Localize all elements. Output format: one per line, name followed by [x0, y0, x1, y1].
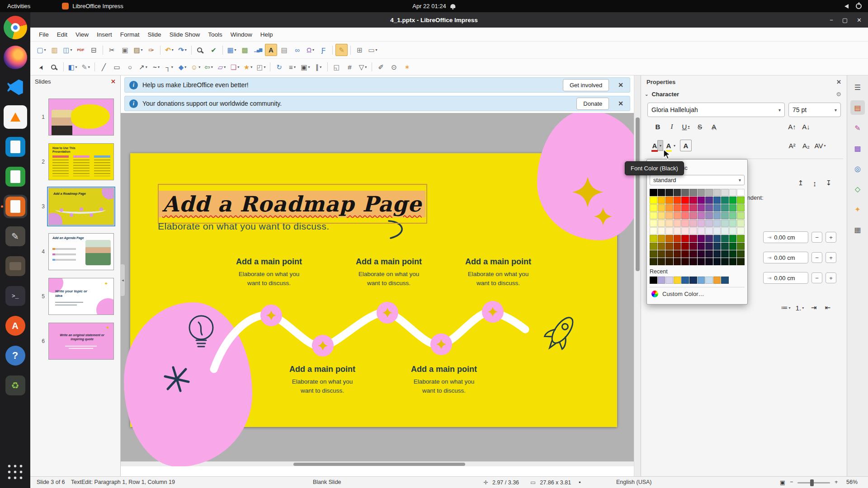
dock-app[interactable]: [4, 284, 27, 308]
toolbar-button[interactable]: ✂ ▾: [106, 44, 118, 56]
palette-color[interactable]: [737, 189, 745, 196]
dropdown-arrow-icon[interactable]: ▾: [158, 65, 160, 69]
toolbar-button[interactable]: ▩ ▾: [239, 44, 251, 56]
toolbar-button[interactable]: ▾: [103, 46, 103, 55]
palette-color[interactable]: [689, 189, 697, 196]
toolbar-button[interactable]: ⊞ ▾: [354, 44, 366, 56]
palette-color[interactable]: [737, 212, 745, 219]
palette-color[interactable]: [713, 189, 721, 196]
dropdown-arrow-icon[interactable]: ▾: [320, 65, 321, 69]
recent-color[interactable]: [665, 277, 673, 284]
palette-color[interactable]: [689, 204, 697, 211]
palette-color[interactable]: [689, 243, 697, 250]
character-button[interactable]: U ▾: [680, 121, 692, 132]
clock[interactable]: Apr 22 01:24: [412, 3, 455, 9]
sidebar-tab[interactable]: ▤: [850, 100, 865, 115]
dock-app[interactable]: [4, 75, 27, 99]
palette-color[interactable]: [705, 235, 713, 242]
properties-close-icon[interactable]: ✕: [836, 79, 841, 85]
palette-color[interactable]: [689, 258, 697, 265]
dropdown-arrow-icon[interactable]: ▾: [294, 65, 296, 69]
palette-color[interactable]: [658, 204, 665, 211]
toolbar-button[interactable]: Ω ▾: [304, 44, 316, 56]
character-button[interactable]: A ▾: [652, 140, 664, 151]
toolbar-button[interactable]: ▾: [160, 46, 160, 55]
palette-color[interactable]: [721, 197, 729, 204]
palette-color[interactable]: [674, 243, 681, 250]
palette-color[interactable]: [650, 235, 657, 242]
palette-color[interactable]: [698, 243, 705, 250]
palette-color[interactable]: [721, 204, 729, 211]
palette-color[interactable]: [681, 243, 689, 250]
dock-app[interactable]: [4, 374, 27, 397]
toolbar-button[interactable]: ✎ ▾: [80, 61, 92, 73]
toolbar-button[interactable]: ▥ ▾: [48, 44, 61, 56]
slide-canvas[interactable]: Add a Roadmap Page Elaborate on what you…: [130, 153, 617, 427]
palette-color[interactable]: [729, 250, 737, 258]
toolbar-button[interactable]: ▾: [270, 62, 270, 71]
menu-item[interactable]: Window: [226, 29, 256, 40]
palette-color[interactable]: [665, 243, 673, 250]
increase-button[interactable]: +: [826, 272, 836, 283]
palette-color[interactable]: [729, 235, 737, 242]
dropdown-arrow-icon[interactable]: ▾: [44, 48, 46, 52]
palette-color[interactable]: [721, 250, 729, 258]
palette-color[interactable]: [689, 235, 697, 242]
toolbar-button[interactable]: ▭ ▾: [367, 44, 379, 56]
dropdown-arrow-icon[interactable]: ▾: [171, 65, 173, 69]
dock-app[interactable]: [4, 195, 27, 218]
palette-color[interactable]: [658, 235, 665, 242]
palette-color[interactable]: [729, 258, 737, 265]
toolbar-button[interactable]: ▾: [35, 61, 47, 73]
toolbar-button[interactable]: ∞ ▾: [291, 44, 303, 56]
section-settings-icon[interactable]: ⚙: [836, 91, 841, 98]
palette-color[interactable]: [698, 220, 705, 227]
toolbar-button[interactable]: ◰ ▾: [255, 61, 267, 73]
palette-color[interactable]: [674, 258, 681, 265]
slide-thumbnail-2[interactable]: How to Use This Presentation: [48, 143, 114, 180]
maximize-button[interactable]: ▢: [842, 17, 848, 23]
palette-color[interactable]: [698, 258, 705, 265]
toolbar-button[interactable]: ▁▄▆ ▾: [252, 44, 264, 56]
palette-color[interactable]: [674, 250, 681, 258]
toolbar-button[interactable]: ▤ ▾: [278, 44, 290, 56]
palette-color[interactable]: [705, 258, 713, 265]
font-name-combobox[interactable]: Gloria Hallelujah ▾: [647, 103, 785, 117]
decrease-button[interactable]: −: [811, 272, 822, 283]
palette-color[interactable]: [721, 258, 729, 265]
list-button[interactable]: ⇥ ▾: [808, 302, 820, 314]
current-app-indicator[interactable]: LibreOffice Impress: [62, 3, 123, 9]
toolbar-button[interactable]: PDF ▾: [75, 44, 87, 56]
increase-button[interactable]: +: [826, 232, 836, 243]
toolbar-button[interactable]: ❏ ▾: [229, 61, 241, 73]
toolbar-button[interactable]: ▽ ▾: [357, 61, 369, 73]
list-button[interactable]: ≔ ▾: [780, 302, 792, 314]
palette-color[interactable]: [689, 250, 697, 258]
palette-color[interactable]: [737, 243, 745, 250]
palette-color[interactable]: [650, 197, 657, 204]
palette-color[interactable]: [650, 250, 657, 258]
dropdown-arrow-icon[interactable]: ▾: [146, 65, 147, 69]
character-button[interactable]: A ▾: [708, 121, 720, 132]
palette-color[interactable]: [713, 204, 721, 211]
toolbar-button[interactable]: ⇦ ▾: [203, 61, 215, 73]
minimize-button[interactable]: −: [830, 17, 833, 23]
edit-canvas[interactable]: Add a Roadmap Page Elaborate on what you…: [121, 113, 634, 466]
character-button[interactable]: A ▾: [680, 140, 692, 151]
toolbar-button[interactable]: ≡ ▾: [286, 61, 298, 73]
dropdown-arrow-icon[interactable]: ▾: [237, 65, 239, 69]
zoom-level[interactable]: 56%: [846, 479, 858, 485]
dropdown-arrow-icon[interactable]: ▾: [802, 306, 804, 310]
palette-color[interactable]: [729, 243, 737, 250]
toolbar-button[interactable]: ○ ▾: [124, 61, 136, 73]
palette-color[interactable]: [650, 243, 657, 250]
dock-app[interactable]: [4, 225, 27, 248]
palette-color[interactable]: [658, 212, 665, 219]
toolbar-button[interactable]: ∥ ▾: [312, 61, 325, 73]
toolbar-button[interactable]: ◧ ▾: [66, 61, 79, 73]
dropdown-arrow-icon[interactable]: ▾: [308, 65, 310, 69]
toolbar-button[interactable]: ▾: [222, 46, 223, 55]
toolbar-button[interactable]: ▾: [327, 62, 328, 71]
toolbar-button[interactable]: ▾: [48, 61, 61, 73]
dropdown-arrow-icon[interactable]: ▾: [250, 65, 252, 69]
